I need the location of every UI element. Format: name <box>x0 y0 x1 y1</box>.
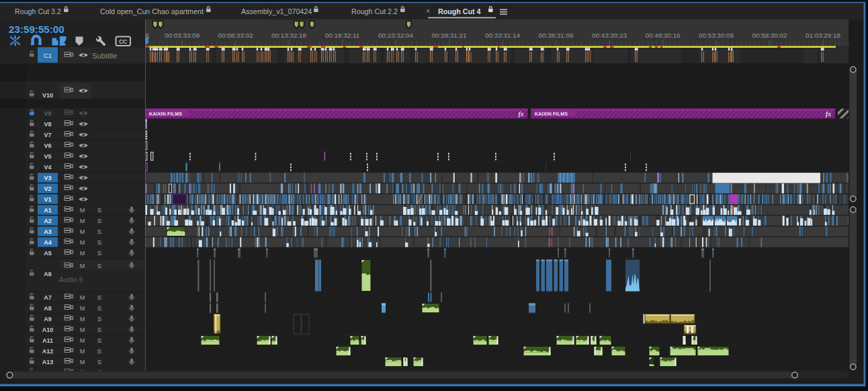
svg-text:Subtitle: Subtitle <box>92 52 117 60</box>
svg-text:M: M <box>80 327 85 333</box>
svg-text:00:38:31:06: 00:38:31:06 <box>538 32 574 39</box>
svg-text:Rough Cut 3.2: Rough Cut 3.2 <box>15 7 61 15</box>
svg-text:S: S <box>97 305 101 312</box>
svg-text:M: M <box>80 228 85 235</box>
svg-text:S: S <box>97 239 101 246</box>
svg-text:V5: V5 <box>44 153 51 160</box>
svg-text:S: S <box>97 359 101 365</box>
svg-text:S: S <box>97 316 101 322</box>
svg-text:Assembly_v1_070424: Assembly_v1_070424 <box>241 7 312 15</box>
svg-text:Rough Cut 2.2: Rough Cut 2.2 <box>351 7 398 15</box>
svg-text:A2: A2 <box>44 218 52 224</box>
svg-text:M: M <box>80 239 85 246</box>
svg-text:00:33:31:14: 00:33:31:14 <box>485 32 521 39</box>
svg-text:M: M <box>80 207 85 214</box>
svg-text:V7: V7 <box>44 132 51 138</box>
svg-text:Rough Cut 4: Rough Cut 4 <box>438 7 481 15</box>
svg-text:Cold open_Cun Chao apartment: Cold open_Cun Chao apartment <box>100 7 204 15</box>
svg-text:M: M <box>80 218 85 224</box>
svg-text:S: S <box>97 327 101 333</box>
svg-text:A3: A3 <box>44 228 52 235</box>
svg-text:M: M <box>80 316 85 322</box>
svg-text:00:28:31:21: 00:28:31:21 <box>431 32 467 39</box>
svg-text:fx: fx <box>519 111 524 118</box>
svg-text:M: M <box>80 337 85 344</box>
svg-text:V8: V8 <box>44 121 51 128</box>
svg-text:S: S <box>97 263 101 269</box>
svg-text:A1: A1 <box>44 207 52 214</box>
svg-text:A9: A9 <box>44 316 52 322</box>
svg-text:00:03:33:09: 00:03:33:09 <box>165 32 200 39</box>
svg-text:V1: V1 <box>44 196 51 203</box>
svg-text:A6: A6 <box>44 271 52 277</box>
svg-text:00:48:30:16: 00:48:30:16 <box>645 32 681 39</box>
svg-text:M: M <box>80 305 85 312</box>
svg-text:C1: C1 <box>44 52 52 59</box>
svg-text:S: S <box>97 348 101 355</box>
svg-text:A5: A5 <box>44 250 52 257</box>
svg-text:V3: V3 <box>44 175 51 181</box>
svg-text:01:03:29:18: 01:03:29:18 <box>806 32 841 39</box>
svg-text:A10: A10 <box>42 327 54 333</box>
svg-text:fx: fx <box>826 111 831 118</box>
svg-text:A11: A11 <box>42 337 53 344</box>
svg-text:S: S <box>97 250 101 257</box>
svg-text:V6: V6 <box>44 142 51 149</box>
svg-text:00:13:32:18: 00:13:32:18 <box>271 32 307 39</box>
svg-text:S: S <box>97 294 101 301</box>
svg-text:S: S <box>97 337 101 344</box>
svg-text:S: S <box>97 228 101 235</box>
svg-text:×: × <box>426 7 430 15</box>
svg-text:A12: A12 <box>42 348 54 355</box>
svg-text:CC: CC <box>119 38 128 45</box>
svg-text:S: S <box>97 218 101 224</box>
svg-text:A4: A4 <box>44 239 52 246</box>
svg-text:M: M <box>80 359 85 365</box>
svg-text:M: M <box>80 294 85 301</box>
svg-text:A13: A13 <box>42 359 54 365</box>
svg-text:00:23:32:04: 00:23:32:04 <box>378 32 414 39</box>
svg-text:S: S <box>97 207 101 214</box>
svg-text:A8: A8 <box>44 305 52 312</box>
svg-text:Audio 6: Audio 6 <box>59 275 83 284</box>
svg-text:M: M <box>80 348 85 355</box>
svg-text:KAIXIN FILMS: KAIXIN FILMS <box>149 112 182 116</box>
svg-text:A7: A7 <box>44 294 52 301</box>
svg-text:00:08:33:02: 00:08:33:02 <box>218 32 253 39</box>
svg-text:V4: V4 <box>44 164 51 171</box>
svg-text:00:18:32:11: 00:18:32:11 <box>325 32 360 39</box>
svg-text:00:58:30:02: 00:58:30:02 <box>752 32 787 39</box>
svg-text:23:59:55:00: 23:59:55:00 <box>9 24 64 35</box>
svg-text:KAIXIN FILMS: KAIXIN FILMS <box>535 112 568 116</box>
svg-text:M: M <box>80 250 85 257</box>
svg-text:V10: V10 <box>42 92 53 99</box>
svg-text:V2: V2 <box>44 185 51 192</box>
svg-text:00:53:30:09: 00:53:30:09 <box>699 32 734 39</box>
svg-text:M: M <box>80 263 85 269</box>
svg-text:V9: V9 <box>44 110 51 117</box>
svg-text:00:43:30:23: 00:43:30:23 <box>592 32 627 39</box>
